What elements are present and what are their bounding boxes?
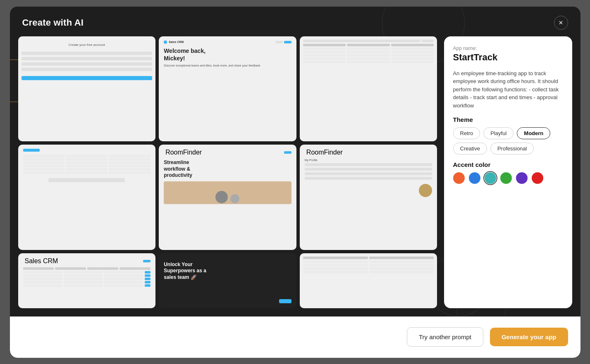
theme-creative[interactable]: Creative: [453, 143, 487, 155]
theme-modern[interactable]: Modern: [517, 127, 550, 139]
modal-title: Create with AI: [22, 17, 84, 28]
theme-options: Retro Playful Modern Creative Profession…: [453, 127, 563, 155]
modal-header: Create with AI ×: [10, 7, 580, 30]
theme-playful[interactable]: Playful: [483, 127, 514, 139]
theme-professional[interactable]: Professional: [490, 143, 534, 155]
preview-card-roomfinder-profile: RoomFinder My Profile: [300, 145, 437, 250]
preview-card-roomfinder-streamline: RoomFinder Streamlineworkflow &productiv…: [159, 145, 296, 250]
right-panel: App name: StartTrack An employee time-tr…: [444, 36, 572, 308]
color-dot-teal[interactable]: [485, 172, 496, 184]
preview-card-crm-welcome: Sales CRM Welcome back,Mickey! Discover …: [159, 36, 296, 142]
preview-card-table-top: [300, 36, 437, 142]
preview-card-signup: Create your free account: [18, 36, 156, 142]
close-button[interactable]: ×: [554, 16, 568, 30]
color-dot-purple[interactable]: [516, 172, 528, 184]
color-dot-orange[interactable]: [453, 172, 465, 184]
app-description: An employee time-tracking app to track e…: [453, 69, 563, 110]
color-dot-red[interactable]: [532, 172, 543, 184]
preview-card-list-large: [18, 145, 156, 250]
app-name-value: StartTrack: [453, 52, 563, 63]
theme-section-label: Theme: [453, 116, 563, 123]
preview-card-unlock: Unlock YourSuperpowers as asales team 🚀: [159, 253, 296, 308]
preview-card-table-right: [300, 253, 437, 308]
theme-section: Theme Retro Playful Modern Creative Prof…: [453, 116, 563, 155]
theme-retro[interactable]: Retro: [453, 127, 480, 139]
modal-body: Create your free account Sales CRM: [10, 30, 580, 315]
try-another-button[interactable]: Try another prompt: [407, 327, 483, 347]
app-name-label: App name:: [453, 45, 563, 51]
color-dot-green[interactable]: [500, 172, 512, 184]
color-dot-group: [453, 172, 563, 184]
accent-color-label: Accent color: [453, 161, 563, 168]
modal-footer: Try another prompt Generate your app: [10, 316, 580, 358]
color-dot-blue[interactable]: [469, 172, 480, 184]
modal-container: Create with AI × Create your free accoun…: [10, 7, 580, 358]
preview-area: Create your free account Sales CRM: [18, 36, 437, 308]
app-name-section: App name: StartTrack: [453, 45, 563, 63]
generate-app-button[interactable]: Generate your app: [490, 328, 568, 346]
preview-card-crm-list: Sales CRM: [18, 253, 156, 308]
accent-color-section: Accent color: [453, 161, 563, 184]
